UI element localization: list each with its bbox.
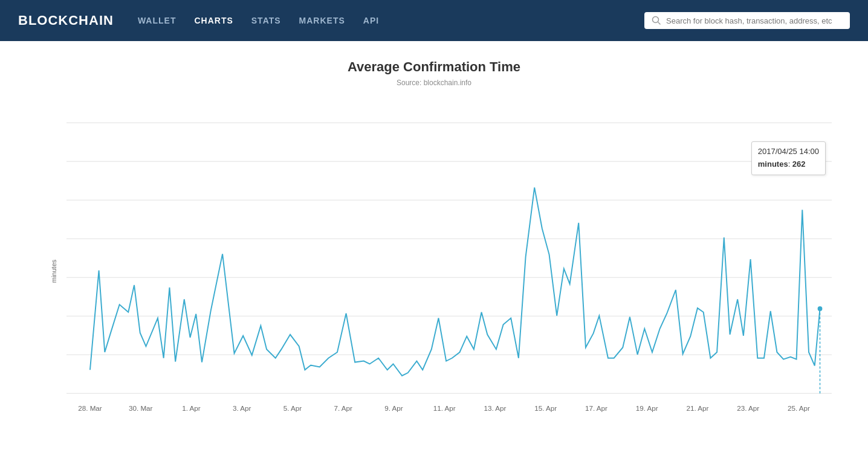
chart-title: Average Confirmation Time (36, 59, 832, 75)
search-box (644, 12, 850, 29)
search-input[interactable] (666, 16, 843, 25)
chart-wrapper: minutes (66, 105, 832, 437)
logo: BLOCKCHAIN (18, 13, 114, 28)
svg-text:21. Apr: 21. Apr (686, 404, 708, 412)
main-nav: WALLET CHARTS STATS MARKETS API (138, 16, 620, 25)
svg-text:7. Apr: 7. Apr (334, 404, 352, 412)
y-axis-label: minutes (50, 259, 57, 283)
svg-text:3. Apr: 3. Apr (233, 404, 251, 412)
svg-text:19. Apr: 19. Apr (636, 404, 658, 412)
svg-text:13. Apr: 13. Apr (484, 404, 506, 412)
nav-charts[interactable]: CHARTS (194, 16, 233, 25)
chart-svg-area: 350 300 250 200 150 100 50 28. Mar 30. M… (66, 105, 832, 437)
nav-api[interactable]: API (363, 16, 379, 25)
svg-point-0 (653, 17, 659, 23)
svg-text:23. Apr: 23. Apr (737, 404, 759, 412)
chart-tooltip: 2017/04/25 14:00 minutes: 262 (751, 141, 826, 175)
nav-wallet[interactable]: WALLET (138, 16, 177, 25)
svg-text:30. Mar: 30. Mar (129, 404, 153, 412)
svg-text:9. Apr: 9. Apr (384, 404, 403, 412)
svg-text:28. Mar: 28. Mar (78, 404, 102, 412)
nav-markets[interactable]: MARKETS (299, 16, 345, 25)
search-icon (652, 16, 661, 25)
svg-point-33 (818, 306, 823, 311)
svg-text:5. Apr: 5. Apr (283, 404, 302, 412)
chart-source: Source: blockchain.info (36, 79, 832, 87)
svg-text:15. Apr: 15. Apr (534, 404, 557, 412)
tooltip-value: minutes: 262 (758, 158, 819, 171)
main-header: BLOCKCHAIN WALLET CHARTS STATS MARKETS A… (0, 0, 868, 41)
svg-text:1. Apr: 1. Apr (182, 404, 201, 412)
chart-section: Average Confirmation Time Source: blockc… (0, 41, 868, 461)
tooltip-date: 2017/04/25 14:00 (758, 146, 819, 158)
chart-svg: 350 300 250 200 150 100 50 28. Mar 30. M… (66, 105, 832, 434)
svg-text:25. Apr: 25. Apr (788, 404, 810, 412)
svg-text:11. Apr: 11. Apr (433, 404, 456, 412)
svg-line-1 (658, 22, 661, 25)
svg-text:17. Apr: 17. Apr (585, 404, 607, 412)
nav-stats[interactable]: STATS (251, 16, 281, 25)
